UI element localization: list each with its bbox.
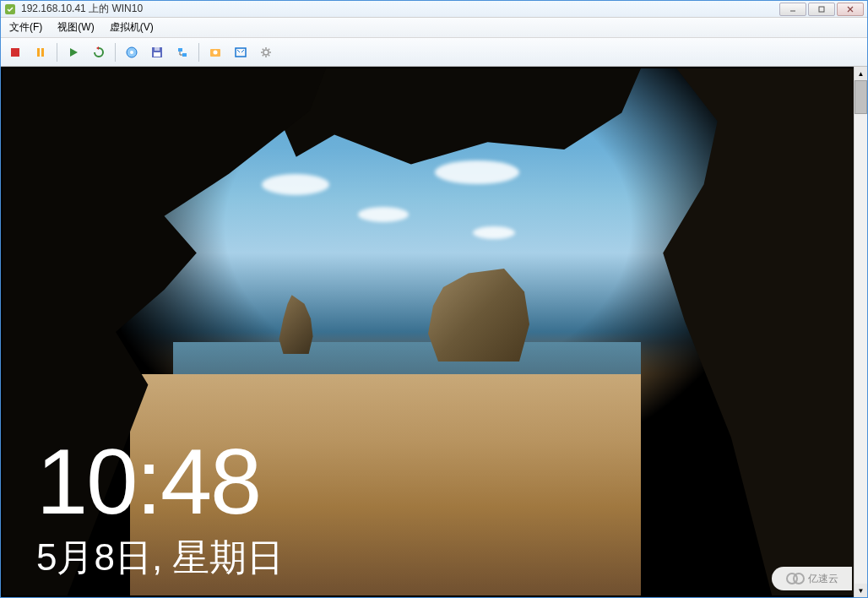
svg-rect-12 [154, 52, 160, 57]
vertical-scrollbar[interactable]: ▲ ▼ [854, 67, 867, 597]
toolbar [1, 38, 867, 67]
vmware-console-window: 192.168.10.41 上的 WIN10 文件(F) 视图(W) 虚拟机(V… [0, 0, 868, 598]
window-title: 192.168.10.41 上的 WIN10 [21, 2, 779, 16]
refresh-button[interactable] [90, 43, 108, 62]
content-area: 10:48 5月8日, 星期日 ▲ ▼ 亿速云 [1, 67, 867, 597]
watermark-badge: 亿速云 [772, 567, 852, 590]
svg-rect-2 [819, 7, 824, 12]
svg-rect-3 [11, 48, 19, 57]
play-button[interactable] [64, 43, 83, 62]
menu-view[interactable]: 视图(W) [54, 19, 97, 36]
stop-button[interactable] [6, 43, 24, 62]
maximize-button[interactable] [808, 3, 835, 16]
titlebar[interactable]: 192.168.10.41 上的 WIN10 [1, 1, 867, 18]
toolbar-separator [115, 43, 116, 62]
svg-rect-11 [155, 47, 160, 51]
svg-rect-4 [37, 48, 40, 57]
menubar: 文件(F) 视图(W) 虚拟机(V) [1, 18, 867, 38]
svg-rect-5 [41, 48, 44, 57]
svg-rect-14 [182, 53, 187, 57]
scroll-thumb[interactable] [854, 80, 867, 114]
settings-button[interactable] [257, 43, 275, 62]
svg-rect-17 [236, 48, 246, 57]
toolbar-separator [57, 43, 57, 62]
watermark-icon [786, 572, 805, 585]
menu-vm[interactable]: 虚拟机(V) [106, 19, 157, 36]
network-button[interactable] [173, 43, 192, 62]
clouds [224, 148, 607, 280]
svg-rect-13 [178, 48, 182, 52]
scroll-down-arrow[interactable]: ▼ [854, 584, 867, 597]
lockscreen-date: 5月8日, 星期日 [36, 535, 284, 580]
vsphere-icon [4, 3, 16, 15]
fullscreen-button[interactable] [231, 43, 250, 62]
svg-point-16 [214, 50, 218, 54]
svg-marker-6 [70, 48, 78, 57]
scroll-track[interactable] [854, 80, 867, 584]
toolbar-separator [198, 43, 199, 62]
svg-point-18 [263, 50, 269, 55]
pause-button[interactable] [31, 43, 50, 62]
vm-display[interactable]: 10:48 5月8日, 星期日 [3, 68, 854, 595]
menu-file[interactable]: 文件(F) [6, 19, 46, 36]
window-controls [779, 3, 864, 16]
minimize-button[interactable] [779, 3, 806, 16]
snapshot-button[interactable] [206, 43, 225, 62]
watermark-text: 亿速云 [808, 572, 838, 586]
lockscreen-time: 10:48 [36, 435, 260, 528]
svg-point-9 [130, 51, 133, 54]
svg-marker-7 [96, 46, 99, 50]
close-button[interactable] [837, 3, 864, 16]
cdrom-button[interactable] [122, 43, 141, 62]
floppy-button[interactable] [148, 43, 166, 62]
scroll-up-arrow[interactable]: ▲ [854, 67, 867, 80]
